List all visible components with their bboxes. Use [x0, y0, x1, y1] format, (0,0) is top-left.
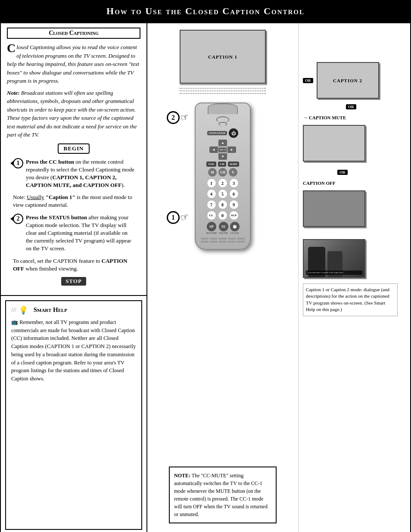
rc-num-7[interactable]: 7 — [207, 200, 216, 209]
rc-dpad-left[interactable]: ◄ — [209, 146, 218, 153]
illustration-area: CAPTION 1 — [147, 23, 298, 532]
rc-smart-sound-btn[interactable]: SS — [219, 222, 228, 231]
begin-button-area: BEGIN — [7, 143, 140, 154]
stop-badge[interactable]: STOP — [61, 277, 86, 286]
step1-circle: 1 — [167, 211, 180, 224]
rc-dot — [219, 238, 227, 240]
rc-num-4[interactable]: 4 — [207, 189, 216, 199]
rc-row-mute: M CH V — [199, 168, 246, 177]
rc-dot — [237, 238, 245, 240]
caption-mute-arrow: → CAPTION MUTE — [303, 115, 346, 120]
smart-help-title: Smart Help — [34, 306, 67, 314]
caption-desc-text: Caption 1 or Caption 2 mode: dialogue (a… — [306, 287, 389, 312]
smart-help-box: /// 💡 Smart Help 📺 Remember, not all TV … — [5, 300, 142, 530]
rc-dpad-right[interactable]: ► — [227, 146, 236, 153]
rc-num-6[interactable]: 6 — [229, 189, 239, 199]
remote-with-steps: 2 ☞ — [180, 103, 266, 250]
rc-clock-label: CLOCK — [230, 232, 239, 234]
caption1-label: CAPTION 1 — [208, 54, 237, 59]
tv-dots-2 — [180, 90, 266, 91]
rc-menu-btn[interactable]: MENU — [218, 148, 227, 152]
begin-badge[interactable]: BEGIN — [58, 143, 90, 154]
or-badge-1: OR — [303, 78, 313, 83]
note-box: NOTE: The "CC-MUTE" setting automaticall… — [169, 467, 277, 523]
rc-dot — [237, 241, 245, 243]
rc-dpad-down[interactable]: ▼ — [218, 153, 227, 160]
smart-help-header: /// 💡 Smart Help — [11, 305, 136, 315]
page-header: How to Use the Closed Caption Control — [0, 0, 411, 22]
rc-clock-btn[interactable]: 🕐 — [230, 222, 240, 231]
tv-dots-1 — [180, 88, 266, 89]
drop-cap-C: C — [7, 43, 16, 53]
rc-bottom-dots — [199, 238, 246, 243]
rc-numpad: 1 2 3 4 5 6 7 8 9 CC — [207, 178, 239, 220]
cc-intro-text: C losed Captioning allows you to read th… — [7, 43, 140, 85]
rc-power-btn[interactable]: ⏻ — [229, 128, 238, 138]
step2-circle: 2 — [167, 111, 180, 124]
step-2-text: Press the STATUS button after making you… — [26, 214, 134, 253]
caption-desc-box: Caption 1 or Caption 2 mode: dialogue (a… — [303, 283, 398, 316]
smart-help-header-inner: /// 💡 Smart Help — [11, 305, 67, 315]
rc-num-5[interactable]: 5 — [218, 189, 227, 199]
rc-sleep-btn[interactable]: SLP — [229, 211, 239, 220]
rc-top-bump — [208, 103, 238, 114]
cc-intro-content: losed Captioning allows you to read the … — [7, 44, 139, 84]
tv-dots-3 — [180, 93, 266, 94]
caption-mute-row: → CAPTION MUTE — [303, 115, 406, 120]
step2-marker: 2 ☞ — [167, 111, 189, 124]
signal-arc-2 — [218, 122, 227, 126]
rc-row-bottom: SP PICTURE SS SOUND 🕐 C — [199, 222, 246, 234]
smart-help-tv-icon: 📺 — [11, 319, 18, 325]
rc-ch-round-btn[interactable]: CH — [218, 168, 227, 177]
caption-mute-screen-wrapper — [303, 125, 406, 162]
rc-dot — [210, 241, 218, 243]
rc-surf-btn[interactable]: SURF — [228, 162, 239, 167]
rc-picture-label: PICTURE — [206, 232, 217, 234]
rc-cc-btn[interactable]: CC — [207, 211, 216, 220]
caption-off-label: CAPTION OFF — [303, 180, 335, 186]
rc-clock-area: 🕐 CLOCK — [230, 222, 240, 234]
caption-off-screen-wrapper — [303, 190, 406, 227]
rc-status-exit-btn[interactable]: STATUS/EXIT — [207, 131, 227, 135]
rc-num-9[interactable]: 9 — [229, 200, 239, 209]
rc-vol-btn[interactable]: VOL — [206, 162, 216, 167]
right-screens-area: OR CAPTION 2 OR → CAPTI — [298, 23, 410, 532]
left-column: Closed Captioning C losed Captioning all… — [1, 23, 147, 532]
smart-help-text: 📺 Remember, not all TV programs and prod… — [11, 318, 136, 383]
rc-smart-sound-area: SS SOUND — [219, 222, 228, 234]
rc-dot — [228, 241, 236, 243]
caption-mute-tv-screen — [303, 125, 365, 162]
rc-vol-round-btn[interactable]: V — [229, 168, 237, 177]
rc-dot — [228, 238, 236, 240]
or-row-3: OR — [337, 169, 406, 176]
caption1-tv-screen: CAPTION 1 — [180, 30, 266, 84]
cc-section-title: Closed Captioning — [7, 28, 140, 39]
rc-dpad-center[interactable]: MENU — [218, 146, 227, 153]
rc-num-1[interactable]: 1 — [207, 178, 216, 188]
stop-button-area: STOP — [7, 277, 140, 286]
rc-num-2[interactable]: 2 — [218, 178, 227, 188]
remote-area: 2 ☞ — [154, 103, 292, 250]
rc-dpad-up[interactable]: ▲ — [218, 140, 227, 146]
caption-off-row: CAPTION OFF — [303, 180, 406, 186]
note-text: The "CC-MUTE" setting automatically swit… — [174, 473, 268, 517]
step-2-circle: 2 — [13, 214, 23, 224]
step2-hand-icon: ☞ — [179, 111, 190, 124]
rc-num-0[interactable]: 0 — [218, 211, 227, 220]
rc-num-8[interactable]: 8 — [218, 200, 227, 209]
rc-mute-btn[interactable]: M — [208, 168, 217, 177]
caption-off-tv-screen — [303, 190, 365, 227]
rc-num-3[interactable]: 3 — [229, 178, 239, 188]
or-badge-2: OR — [346, 104, 356, 109]
rc-smart-picture-area: SP PICTURE — [206, 222, 217, 234]
tv-shadow — [180, 84, 266, 86]
step1-hand-icon: ☞ — [179, 211, 190, 224]
right-area: CAPTION 1 — [147, 23, 410, 532]
rc-dot — [210, 238, 218, 240]
rc-ch-btn[interactable]: CH — [218, 162, 226, 167]
rc-smart-picture-btn[interactable]: SP — [207, 222, 216, 231]
caption2-label: CAPTION 2 — [333, 78, 362, 83]
rc-dot — [219, 241, 227, 243]
note2-text: Note: Usually "Caption 1" is the most us… — [7, 193, 140, 209]
or-row-2: OR — [346, 103, 406, 110]
